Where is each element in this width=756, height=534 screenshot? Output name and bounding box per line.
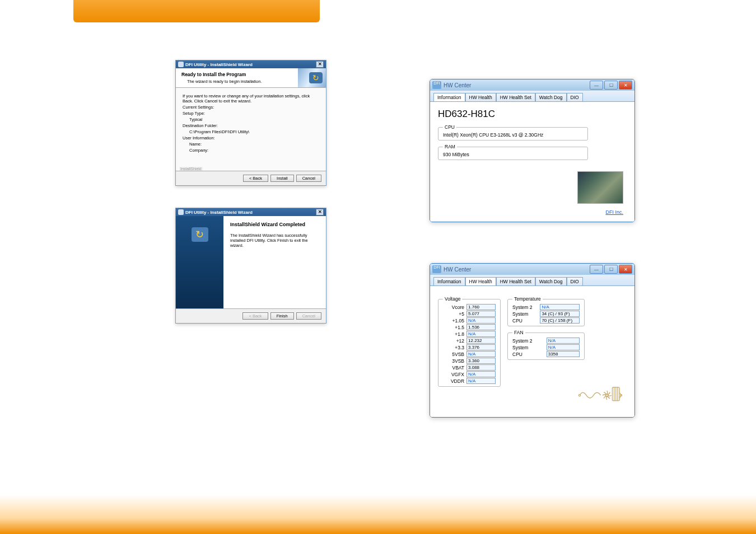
minimize-button[interactable]: — <box>590 265 603 274</box>
health-right-column: Temperature System 2N/A System34 (C) / 9… <box>507 293 627 390</box>
finish-button[interactable]: Finish <box>270 312 294 320</box>
temp-label: System <box>512 311 538 317</box>
hwcenter-health-content: Voltage Vcore1.760 +55.077 +1.05N/A +1.5… <box>430 285 634 417</box>
installer2-body: InstallShield Wizard Completed The Insta… <box>176 216 326 308</box>
hwcenter-info-window: DFI HW Center — ☐ ✕ Information HW Healt… <box>430 79 635 222</box>
fan-label: CPU <box>512 352 544 357</box>
installer1-titlebar: DFI Utility - InstallShield Wizard ✕ <box>176 60 326 68</box>
setup-type-value: Typical <box>189 117 319 122</box>
installer1-footer: InstallShield < Back Install Cancel <box>176 171 326 185</box>
temp-value: N/A <box>540 304 580 310</box>
installer2-complete-title: InstallShield Wizard Completed <box>230 222 319 227</box>
hwcenter-app-icon: DFI <box>432 81 441 89</box>
fan-fieldset: FAN System 2N/A SystemN/A CPU3358 <box>507 330 585 360</box>
voltage-value: N/A <box>466 371 496 377</box>
voltage-label: 5VSB <box>443 352 464 357</box>
name-label: Name: <box>189 142 319 147</box>
temp-label: CPU <box>512 318 538 324</box>
install-button[interactable]: Install <box>270 175 294 182</box>
back-button[interactable]: < Back <box>243 175 268 182</box>
hwcenter-titlebar: DFI HW Center — ☐ ✕ <box>430 264 634 275</box>
ram-fieldset: RAM 930 MiBytes <box>438 144 588 160</box>
temp-value: 34 (C) / 93 (F) <box>540 311 580 317</box>
installer1-title: DFI Utility - InstallShield Wizard <box>185 62 253 67</box>
tab-hw-health-set[interactable]: HW Health Set <box>496 93 535 101</box>
tab-hw-health-set[interactable]: HW Health Set <box>496 277 535 285</box>
cancel-button[interactable]: Cancel <box>296 175 321 182</box>
installer2-titlebar: DFI Utility - InstallShield Wizard ✕ <box>176 208 326 216</box>
temperature-grid: System 2N/A System34 (C) / 93 (F) CPU70 … <box>512 304 580 324</box>
close-icon[interactable]: ✕ <box>316 61 324 68</box>
tab-information[interactable]: Information <box>433 277 465 285</box>
voltage-value: 3.088 <box>466 364 496 371</box>
tab-information[interactable]: Information <box>433 93 465 101</box>
voltage-value: N/A <box>466 351 496 357</box>
installer-complete-window: DFI Utility - InstallShield Wizard ✕ Ins… <box>175 208 326 324</box>
installer1-body: If you want to review or change any of y… <box>176 88 326 171</box>
hwcenter-health-window: DFI HW Center — ☐ ✕ Information HW Healt… <box>430 263 635 418</box>
tab-watch-dog[interactable]: Watch Dog <box>535 93 567 101</box>
company-label: Company: <box>189 148 319 153</box>
hwcenter-tabs: Information HW Health HW Health Set Watc… <box>430 91 634 101</box>
installer-ready-window: DFI Utility - InstallShield Wizard ✕ Rea… <box>175 60 326 186</box>
fan-value: N/A <box>547 344 580 350</box>
tab-dio[interactable]: DIO <box>567 93 583 101</box>
tab-watch-dog[interactable]: Watch Dog <box>535 277 567 285</box>
fan-grid: System 2N/A SystemN/A CPU3358 <box>512 338 580 357</box>
ram-value: 930 MiBytes <box>443 152 583 157</box>
fan-icon <box>577 379 622 404</box>
voltage-label: +5 <box>443 311 464 317</box>
voltage-value: N/A <box>466 331 496 337</box>
voltage-label: +1.5 <box>443 325 464 330</box>
fan-label: System <box>512 345 544 350</box>
setup-type-label: Setup Type: <box>183 111 319 116</box>
dfi-link[interactable]: DFI Inc. <box>605 209 623 215</box>
installer-icon <box>178 209 184 215</box>
installer2-side-panel <box>176 216 223 308</box>
voltage-legend: Voltage <box>443 296 462 302</box>
temp-value: 70 (C) / 158 (F) <box>540 317 580 324</box>
hwcenter-app-icon: DFI <box>432 265 441 273</box>
hwcenter-app-title: HW Center <box>444 266 471 273</box>
voltage-value: 3.376 <box>466 344 496 350</box>
voltage-fieldset: Voltage Vcore1.760 +55.077 +1.05N/A +1.5… <box>438 296 501 387</box>
installer2-body-text: The InstallShield Wizard has successfull… <box>230 233 319 248</box>
voltage-label: VDDR <box>443 378 464 384</box>
hwcenter-tabs: Information HW Health HW Health Set Watc… <box>430 275 634 285</box>
voltage-value: 12.232 <box>466 338 496 344</box>
voltage-label: +1.8 <box>443 331 464 337</box>
voltage-value: 1.536 <box>466 324 496 330</box>
tab-dio[interactable]: DIO <box>567 277 583 285</box>
installer2-footer: < Back Finish Cancel <box>176 308 326 323</box>
window-buttons: — ☐ ✕ <box>590 265 632 274</box>
destination-label: Destination Folder: <box>183 123 319 128</box>
voltage-label: VGFX <box>443 372 464 377</box>
minimize-button[interactable]: — <box>590 81 603 90</box>
install-arrow-icon <box>309 72 323 83</box>
voltage-value: 3.360 <box>466 358 496 364</box>
fan-label: System 2 <box>512 338 544 344</box>
temp-label: System 2 <box>512 305 538 310</box>
maximize-button[interactable]: ☐ <box>604 265 618 274</box>
hwcenter-app-title: HW Center <box>444 82 471 88</box>
voltage-label: +1.05 <box>443 318 464 324</box>
maximize-button[interactable]: ☐ <box>604 81 618 90</box>
installer1-instruction: If you want to review or change any of y… <box>183 93 319 104</box>
close-icon[interactable]: ✕ <box>316 209 324 216</box>
hwcenter-info-content: HD632-H81C CPU Intel(R) Xeon(R) CPU E3-1… <box>430 101 634 222</box>
fan-value: N/A <box>547 338 580 344</box>
installer2-title: DFI Utility - InstallShield Wizard <box>185 210 253 215</box>
voltage-value: N/A <box>466 378 496 384</box>
tab-hw-health[interactable]: HW Health <box>465 93 496 101</box>
voltage-label: VBAT <box>443 365 464 371</box>
temperature-fieldset: Temperature System 2N/A System34 (C) / 9… <box>507 296 585 326</box>
close-button[interactable]: ✕ <box>619 81 632 90</box>
window-buttons: — ☐ ✕ <box>590 81 632 90</box>
voltage-label: Vcore <box>443 305 464 310</box>
fan-legend: FAN <box>512 330 525 335</box>
tab-hw-health[interactable]: HW Health <box>465 277 496 285</box>
installer-icon <box>178 62 184 67</box>
close-button[interactable]: ✕ <box>619 265 632 274</box>
page-footer-gradient <box>0 495 756 534</box>
installer2-main: InstallShield Wizard Completed The Insta… <box>223 216 326 308</box>
